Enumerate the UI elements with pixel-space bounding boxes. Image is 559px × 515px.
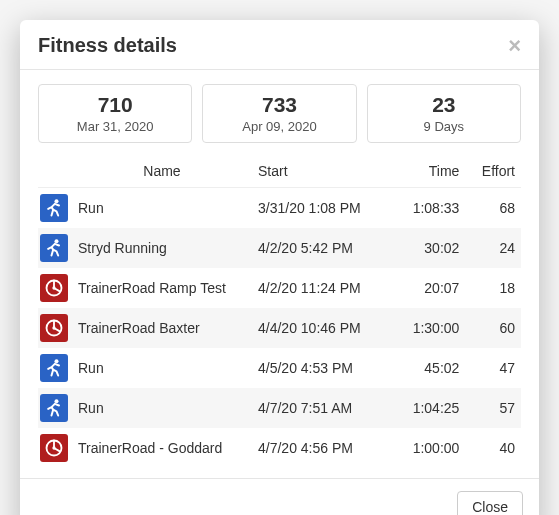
activity-effort: 57 [465, 388, 521, 428]
table-row: Run4/5/20 4:53 PM45:0247 [38, 348, 521, 388]
table-row: Stryd Running4/2/20 5:42 PM30:0224 [38, 228, 521, 268]
svg-point-9 [52, 446, 55, 449]
modal-body: 710 Mar 31, 2020 733 Apr 09, 2020 23 9 D… [20, 70, 539, 478]
activity-start: 4/2/20 5:42 PM [252, 228, 393, 268]
activity-time: 1:30:00 [393, 308, 465, 348]
activity-start: 4/5/20 4:53 PM [252, 348, 393, 388]
activity-name: Run [72, 348, 252, 388]
running-icon [44, 238, 64, 258]
activity-effort: 18 [465, 268, 521, 308]
stat-box-start: 710 Mar 31, 2020 [38, 84, 192, 143]
col-header-effort: Effort [465, 155, 521, 188]
running-icon [44, 398, 64, 418]
svg-point-6 [55, 359, 59, 363]
svg-point-5 [52, 326, 55, 329]
activity-icon [40, 194, 68, 222]
table-row: Run4/7/20 7:51 AM1:04:2557 [38, 388, 521, 428]
stats-row: 710 Mar 31, 2020 733 Apr 09, 2020 23 9 D… [38, 84, 521, 143]
modal-footer: Close [20, 478, 539, 515]
svg-point-3 [52, 286, 55, 289]
svg-point-1 [55, 239, 59, 243]
stat-value: 23 [374, 93, 514, 117]
col-header-start: Start [252, 155, 393, 188]
stat-label: 9 Days [374, 119, 514, 134]
stat-label: Mar 31, 2020 [45, 119, 185, 134]
activity-icon [40, 354, 68, 382]
trainerroad-icon [44, 438, 64, 458]
activity-start: 4/4/20 10:46 PM [252, 308, 393, 348]
trainerroad-icon [44, 278, 64, 298]
activity-name: Run [72, 188, 252, 229]
activity-start: 3/31/20 1:08 PM [252, 188, 393, 229]
activity-time: 45:02 [393, 348, 465, 388]
activity-icon [40, 234, 68, 262]
activity-time: 1:00:00 [393, 428, 465, 468]
activity-start: 4/7/20 7:51 AM [252, 388, 393, 428]
modal-header: Fitness details × [20, 20, 539, 70]
activity-name: TrainerRoad - Goddard [72, 428, 252, 468]
activity-icon [40, 394, 68, 422]
table-row: TrainerRoad Ramp Test4/2/20 11:24 PM20:0… [38, 268, 521, 308]
table-row: Run3/31/20 1:08 PM1:08:3368 [38, 188, 521, 229]
table-row: TrainerRoad - Goddard4/7/20 4:56 PM1:00:… [38, 428, 521, 468]
activity-effort: 68 [465, 188, 521, 229]
activity-icon [40, 274, 68, 302]
table-row: TrainerRoad Baxter4/4/20 10:46 PM1:30:00… [38, 308, 521, 348]
activity-name: Stryd Running [72, 228, 252, 268]
activity-table: Name Start Time Effort Run3/31/20 1:08 P… [38, 155, 521, 468]
stat-box-delta: 23 9 Days [367, 84, 521, 143]
close-button[interactable]: Close [457, 491, 523, 515]
stat-box-end: 733 Apr 09, 2020 [202, 84, 356, 143]
svg-point-7 [55, 399, 59, 403]
activity-name: Run [72, 388, 252, 428]
running-icon [44, 358, 64, 378]
activity-effort: 40 [465, 428, 521, 468]
running-icon [44, 198, 64, 218]
activity-effort: 60 [465, 308, 521, 348]
close-icon[interactable]: × [508, 35, 521, 57]
fitness-details-modal: Fitness details × 710 Mar 31, 2020 733 A… [20, 20, 539, 515]
activity-icon [40, 314, 68, 342]
col-header-name: Name [72, 155, 252, 188]
col-header-time: Time [393, 155, 465, 188]
activity-time: 20:07 [393, 268, 465, 308]
activity-start: 4/2/20 11:24 PM [252, 268, 393, 308]
stat-value: 733 [209, 93, 349, 117]
stat-label: Apr 09, 2020 [209, 119, 349, 134]
activity-name: TrainerRoad Baxter [72, 308, 252, 348]
svg-point-0 [55, 199, 59, 203]
activity-time: 30:02 [393, 228, 465, 268]
activity-start: 4/7/20 4:56 PM [252, 428, 393, 468]
activity-effort: 47 [465, 348, 521, 388]
modal-title: Fitness details [38, 34, 177, 57]
trainerroad-icon [44, 318, 64, 338]
activity-name: TrainerRoad Ramp Test [72, 268, 252, 308]
activity-time: 1:04:25 [393, 388, 465, 428]
stat-value: 710 [45, 93, 185, 117]
activity-icon [40, 434, 68, 462]
activity-time: 1:08:33 [393, 188, 465, 229]
activity-effort: 24 [465, 228, 521, 268]
